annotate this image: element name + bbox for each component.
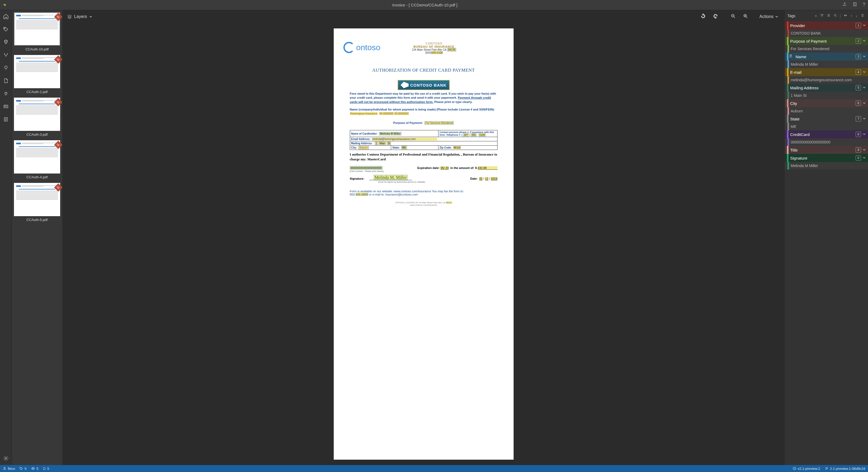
tag-row-signature: Signature 0 Melinda M Miller	[785, 154, 868, 169]
down-icon[interactable]: ↓	[855, 13, 859, 19]
hdr-bureau: BUREAU OF INSURANCE	[391, 45, 477, 48]
chevron-down-icon[interactable]	[863, 55, 866, 59]
rotate-left-icon[interactable]	[698, 12, 708, 21]
zoom-in-icon[interactable]	[741, 12, 750, 21]
svg-point-10	[5, 458, 7, 459]
thumbnail-label: CCAuth-2.pdf	[14, 90, 60, 94]
tag-header[interactable]: Title 9	[785, 146, 868, 154]
tag-header[interactable]: Purpose of Payment 2	[785, 37, 868, 45]
zoom-out-icon[interactable]	[728, 12, 738, 21]
tag-header[interactable]: Name 3	[785, 53, 868, 61]
svg-point-8	[5, 106, 5, 107]
tag-icon[interactable]	[2, 26, 9, 33]
tag-name: Name	[794, 55, 856, 59]
layers-button[interactable]: Layers	[67, 14, 92, 19]
tag-value[interactable]: melinda@humongousinsurance.com	[785, 76, 868, 84]
skip-icon[interactable]	[842, 13, 848, 19]
document-page: ontoso CONTOSO BUREAU OF INSURANCE 124 M…	[334, 28, 514, 460]
form-icon[interactable]	[2, 116, 9, 123]
tag-value[interactable]: CONTOSO BANK	[785, 30, 868, 37]
tag-header[interactable]: Mailing Address 5	[785, 84, 868, 92]
tag-value[interactable]: 1 Main St	[785, 92, 868, 99]
tag-row-city: City 6 Auburn	[785, 99, 868, 115]
footer-text: Form is available on our website: www.co…	[350, 190, 497, 196]
tag-value[interactable]: 0000000000000000000	[785, 138, 868, 146]
share-icon[interactable]	[842, 2, 847, 8]
status-visible[interactable]: 5	[31, 467, 38, 471]
chevron-down-icon[interactable]	[863, 156, 866, 160]
chevron-down-icon[interactable]	[863, 148, 866, 152]
svg-point-24	[4, 467, 5, 469]
bulb-icon[interactable]	[2, 64, 9, 71]
bank-logo: CONTOSO BANK	[398, 80, 449, 90]
document-icon[interactable]	[2, 77, 9, 84]
home-icon[interactable]	[2, 13, 9, 20]
tag-header[interactable]: CreditCard 8	[785, 130, 868, 138]
chevron-down-icon[interactable]	[863, 70, 866, 74]
office-footer: OFFICES LOCATED AT 24 Main Street Palo A…	[343, 201, 504, 206]
window-title: Invoice - [ CCDemo/CCAuth-10.pdf ]	[7, 3, 842, 7]
tag-name: Provider	[788, 23, 856, 28]
chevron-down-icon[interactable]	[863, 39, 866, 43]
robot-icon[interactable]	[2, 39, 9, 45]
status-docs[interactable]: 5	[43, 467, 49, 471]
layers-label: Layers	[74, 14, 87, 19]
status-version-a[interactable]: v2.1-preview.2	[793, 467, 820, 471]
tag-number: 9	[856, 147, 861, 153]
tag-row-creditcard: CreditCard 8 0000000000000000000	[785, 130, 868, 146]
document-viewport[interactable]: ontoso CONTOSO BUREAU OF INSURANCE 124 M…	[62, 23, 785, 465]
filter-icon[interactable]	[819, 13, 825, 19]
tag-number: 8	[856, 132, 861, 137]
thumbnail-0[interactable]: CCAuth-10.pdf	[14, 12, 60, 51]
list-icon[interactable]	[826, 13, 832, 19]
tag-header[interactable]: City 6	[785, 99, 868, 107]
svg-point-25	[32, 468, 34, 469]
center-panel: Layers Actions ontoso CONTOSO	[62, 10, 785, 465]
actions-button[interactable]: Actions	[758, 14, 780, 19]
chevron-down-icon[interactable]	[863, 117, 866, 121]
thumbnail-column: CCAuth-10.pdf CCAuth-2.pdf CCAuth-3.pdf …	[12, 10, 62, 465]
svg-point-6	[5, 66, 7, 69]
settings-icon[interactable]	[2, 455, 9, 462]
chevron-down-icon[interactable]	[863, 24, 866, 28]
tag-value[interactable]: Auburn	[785, 107, 868, 115]
book-icon[interactable]	[852, 2, 857, 8]
merge-icon[interactable]	[2, 52, 9, 59]
status-version-b[interactable]: 2.1-preview.1-06d9c16	[825, 467, 865, 471]
status-user[interactable]: fblux	[3, 467, 15, 471]
thumbnail-3[interactable]: CCAuth-4.pdf	[14, 140, 60, 179]
rotate-right-icon[interactable]	[711, 12, 720, 21]
tag-row-purpose-of-payment: Purpose of Payment 2 For Services Render…	[785, 37, 868, 53]
tag-header[interactable]: Provider 1	[785, 22, 868, 30]
status-tags[interactable]: 5	[19, 467, 26, 471]
tag-value[interactable]: Melinda M Miller	[785, 61, 868, 68]
thumbnail-2[interactable]: CCAuth-3.pdf	[14, 98, 60, 136]
tag-value[interactable]: For Services Rendered	[785, 45, 868, 53]
tag-header[interactable]: E-mail 4	[785, 68, 868, 76]
tag-row-mailing-address: Mailing Address 5 1 Main St	[785, 84, 868, 99]
thumbnail-1[interactable]: CCAuth-2.pdf	[14, 55, 60, 94]
purpose-value: For Services Rendered	[425, 121, 454, 125]
help-icon[interactable]: ?	[863, 2, 865, 8]
tag-name: Signature	[788, 156, 856, 160]
delete-icon[interactable]	[860, 13, 865, 19]
tag-name: State	[788, 117, 856, 121]
chevron-down-icon[interactable]	[863, 101, 866, 105]
up-icon[interactable]: ↑	[849, 13, 854, 19]
thumbnail-4[interactable]: CCAuth-5.pdf	[14, 183, 60, 222]
tag-number: 6	[856, 101, 861, 106]
tag-row-title: Title 9	[785, 146, 868, 154]
search-tags-icon[interactable]	[833, 13, 838, 19]
tag-header[interactable]: Signature 0	[785, 154, 868, 162]
person-icon	[788, 54, 793, 59]
tag-value[interactable]: ME	[785, 123, 868, 130]
tag-number: 4	[856, 69, 861, 75]
chevron-down-icon[interactable]	[863, 86, 866, 90]
tag-value[interactable]: Melinda M Miller	[785, 162, 868, 169]
add-tag-icon[interactable]: +	[814, 13, 818, 19]
plug-icon[interactable]	[2, 90, 9, 97]
tag-row-name: Name 3 Melinda M Miller	[785, 53, 868, 68]
id-card-icon[interactable]	[2, 103, 9, 110]
tag-header[interactable]: State 7	[785, 115, 868, 123]
chevron-down-icon[interactable]	[863, 133, 866, 136]
